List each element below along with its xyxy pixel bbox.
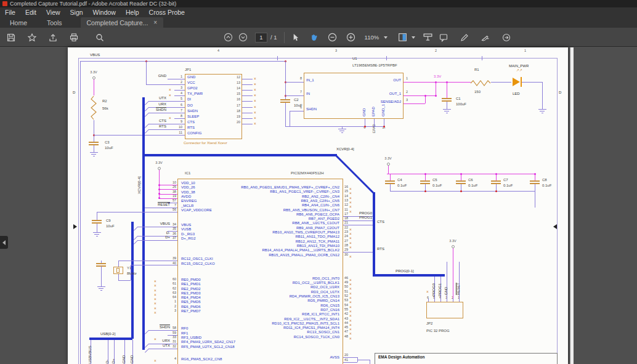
pin-name: VCAP_VDDCORE xyxy=(181,208,212,212)
wire xyxy=(148,349,177,349)
net-label: RESET xyxy=(140,203,170,207)
component-ref: R2 xyxy=(102,99,107,103)
net-label: PROG0 xyxy=(346,211,372,216)
document-canvas[interactable]: 4321DDVBUS3.3VR256kC310uFXCVR[0-4]XCVR[0… xyxy=(0,47,637,364)
measure-tool-button[interactable] xyxy=(420,30,435,45)
component-value: 0.1uF xyxy=(468,184,477,188)
tab-home[interactable]: Home xyxy=(0,17,37,28)
star-icon xyxy=(27,33,37,42)
zoom-caret-icon[interactable] xyxy=(384,36,387,39)
menu-item-window[interactable]: Window xyxy=(88,7,121,17)
pin-name: RE6_PMD6 xyxy=(181,305,201,309)
comment-button[interactable] xyxy=(436,30,451,45)
no-connect-icon: × xyxy=(349,191,352,195)
net-label: D- xyxy=(105,360,110,363)
net-label: CTS xyxy=(377,220,384,224)
pin-name: GND xyxy=(187,75,195,79)
bus-label: XCVR[0-4] xyxy=(336,147,354,152)
menu-item-view[interactable]: View xyxy=(41,7,65,17)
ground-symbol xyxy=(444,111,449,111)
wire xyxy=(94,135,174,135)
wire xyxy=(459,299,460,302)
title-block-company: EMA Design Automation xyxy=(378,355,424,359)
ground-symbol xyxy=(338,129,346,129)
hand-tool-button[interactable] xyxy=(307,30,322,45)
tab-close-icon[interactable]: × xyxy=(153,19,157,26)
tab-tools[interactable]: Tools xyxy=(37,17,72,28)
save-button[interactable] xyxy=(4,30,18,45)
no-connect-icon: × xyxy=(349,318,352,323)
wire xyxy=(242,107,253,108)
pin-name: RD4_PMWR_OC5_IC5_CN13 xyxy=(216,294,339,299)
pin-name: RD8_IC1_RTCC_INT1 xyxy=(216,312,339,317)
pin-number: 9 xyxy=(165,119,182,123)
wire xyxy=(390,174,391,180)
share-button[interactable] xyxy=(46,30,60,45)
nav-panel-toggle[interactable] xyxy=(0,236,8,249)
menu-item-help[interactable]: Help xyxy=(121,7,144,17)
ground-symbol xyxy=(93,232,101,233)
search-icon xyxy=(95,33,105,42)
tab-document[interactable]: Completed Capture... × xyxy=(81,17,164,28)
no-connect-icon: × xyxy=(154,358,156,363)
no-connect-icon: × xyxy=(154,297,156,301)
pin-name: RB9_AN9_PMA7_C2OUT xyxy=(216,226,339,230)
pin-name: SENSE/ADJ xyxy=(339,100,401,104)
pin-name: RB3_AN3_C2IN+_CN5 xyxy=(216,199,339,203)
print-button[interactable] xyxy=(67,30,81,45)
page-view-caret-icon[interactable] xyxy=(412,36,415,39)
pdf-page[interactable]: 4321DDVBUS3.3VR256kC310uFXCVR[0-4]XCVR[0… xyxy=(68,47,568,364)
menu-item-edit[interactable]: Edit xyxy=(20,7,41,17)
edit-pen-button[interactable] xyxy=(457,30,472,45)
zone-letter: D xyxy=(73,91,75,95)
pin-name: VUSB xyxy=(181,227,191,232)
wire xyxy=(242,113,253,113)
pin-number: 10 xyxy=(165,125,182,129)
pin-name: SHDN xyxy=(187,109,198,113)
net-label: D+ xyxy=(112,358,116,363)
power-symbol xyxy=(452,245,455,248)
fill-sign-button[interactable] xyxy=(478,30,493,45)
junction-dot xyxy=(460,173,462,175)
pin-number: 2 xyxy=(160,304,176,308)
pin-number: 55 xyxy=(344,307,348,311)
component-caption: Connector for Xtend Xcevr xyxy=(184,141,227,145)
no-connect-icon: × xyxy=(254,105,256,109)
wire xyxy=(496,174,497,180)
no-connect-icon: × xyxy=(349,245,352,249)
zoom-level-value[interactable]: 110% xyxy=(365,34,379,41)
zoom-out-button[interactable] xyxy=(325,30,340,45)
pin-number: 38 xyxy=(160,190,176,193)
pin-number: 5 xyxy=(165,97,182,100)
next-page-button[interactable] xyxy=(235,30,250,45)
pin-name: IN xyxy=(306,92,310,96)
zoom-in-button[interactable] xyxy=(344,30,359,45)
zone-letter: D xyxy=(559,91,561,95)
pin-name: RTS xyxy=(187,126,195,130)
previous-page-button[interactable] xyxy=(221,30,235,45)
wire xyxy=(436,82,471,83)
pin-name: TX_PWR xyxy=(187,92,203,96)
menu-item-sign[interactable]: Sign xyxy=(65,7,88,17)
wire xyxy=(174,118,185,119)
wire xyxy=(168,79,174,79)
page-view-button[interactable] xyxy=(395,30,410,45)
wire xyxy=(97,224,97,232)
ground-symbol xyxy=(540,111,545,111)
share-review-button[interactable] xyxy=(499,30,514,45)
select-tool-button[interactable] xyxy=(288,30,303,45)
wire xyxy=(101,266,102,286)
pin-name: D-_RG3 xyxy=(181,232,195,237)
bus-label: USB[0-2] xyxy=(100,332,115,336)
menu-item-cross-probe[interactable]: Cross Probe xyxy=(144,7,190,17)
zone-tick xyxy=(482,56,482,60)
favorite-star-button[interactable] xyxy=(25,30,39,45)
wire xyxy=(453,248,453,299)
pin-number: 41 xyxy=(344,358,348,362)
find-button[interactable] xyxy=(92,30,107,45)
menu-item-file[interactable]: File xyxy=(0,7,20,17)
net-label: GND xyxy=(137,74,166,78)
page-number-input[interactable] xyxy=(255,33,267,42)
pin-number: 12 xyxy=(223,75,240,79)
wire xyxy=(80,61,285,62)
